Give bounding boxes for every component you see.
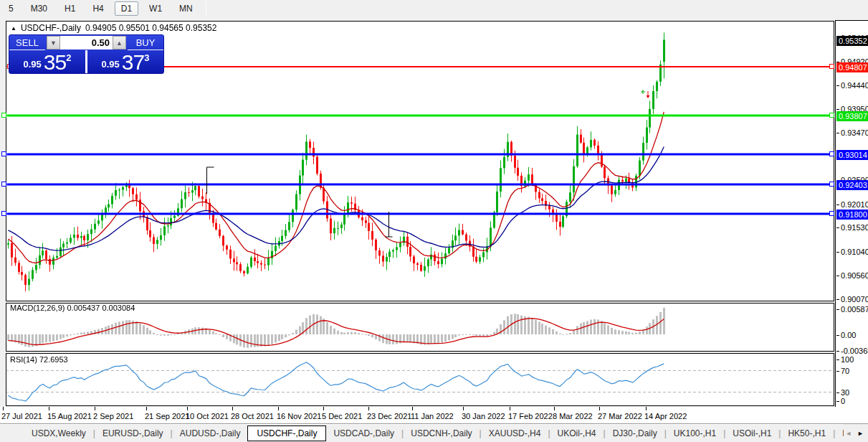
buy-button[interactable]: BUY	[128, 35, 163, 50]
rsi-indicator-label: RSI(14) 72.6953	[10, 355, 68, 364]
price-axis-tick: 0.92010	[841, 200, 868, 209]
chart-tab-uk100h1[interactable]: UK100-,H1	[667, 425, 723, 441]
price-axis: 0.954100.949200.944400.939500.934700.929…	[835, 20, 868, 407]
date-label: 23 Dec 2021	[367, 412, 411, 420]
timeframe-button-5[interactable]: 5	[2, 1, 20, 16]
rsi-axis-tick: 0	[841, 397, 845, 405]
sell-price-sup: 2	[66, 52, 71, 63]
date-tick-mark	[278, 407, 279, 410]
axis-tick-mark	[836, 309, 839, 310]
date-label: 27 Mar 2022	[598, 412, 642, 420]
date-label: 11 Jan 2022	[411, 412, 454, 420]
buy-price-sup: 3	[144, 52, 149, 63]
price-badge-0.93807: 0.93807	[836, 111, 868, 121]
chart-tab-usdchfdaily[interactable]: USDCHF-,Daily	[247, 425, 326, 441]
axis-tick-mark	[836, 204, 839, 205]
price-axis-tick: 0.90070	[841, 295, 868, 304]
date-tick-mark	[554, 407, 555, 410]
date-tick-mark	[368, 407, 369, 410]
volume-input[interactable]: 0.50	[60, 36, 113, 50]
sell-price-button[interactable]: 0.95 35 2	[9, 50, 85, 73]
macd-axis-tick: 0.00	[841, 331, 856, 339]
rsi-axis-tick: 100	[841, 355, 854, 364]
price-axis-tick: 0.94440	[841, 81, 868, 90]
date-label: 8 Mar 2022	[553, 412, 593, 420]
hline-anchor-0.93807[interactable]	[1, 113, 6, 118]
timeframe-button-mn[interactable]: MN	[173, 1, 199, 16]
date-label: 5 Dec 2021	[322, 412, 362, 420]
tab-scroll-right-icon[interactable]: ►	[857, 430, 864, 437]
timeframe-button-w1[interactable]: W1	[143, 1, 168, 16]
date-label: 21 Sep 2021	[145, 412, 189, 420]
axis-tick-mark	[836, 227, 839, 228]
hline-anchor-0.94807[interactable]	[829, 64, 834, 69]
chart-tab-eurusddaily[interactable]: EURUSD-,Daily	[95, 425, 171, 441]
axis-tick-mark	[836, 276, 839, 276]
chart-tab-xauusdh4[interactable]: XAUUSD-,H4	[482, 425, 548, 441]
sell-price-small: 0.95	[24, 57, 42, 72]
chart-tab-usdcaddaily[interactable]: USDCAD-,Daily	[326, 425, 401, 441]
date-label: 27 Jul 2021	[1, 412, 42, 420]
hline-anchor-0.93014[interactable]	[1, 151, 6, 156]
date-tick-mark	[3, 407, 4, 410]
axis-tick-mark	[836, 351, 839, 352]
hline-anchor-0.918[interactable]	[829, 211, 834, 216]
price-axis-tick: 0.91530	[841, 223, 868, 232]
timeframe-button-h1[interactable]: H1	[58, 1, 82, 16]
timeframe-button-m30[interactable]: M30	[24, 1, 54, 16]
price-badge-0.94807: 0.94807	[836, 62, 868, 72]
macd-axis-tick: 0.00587	[841, 305, 868, 314]
hline-anchor-0.92403[interactable]	[1, 182, 6, 187]
volume-stepper: ▼ 0.50 ▲	[45, 35, 128, 50]
date-tick-mark	[323, 407, 324, 410]
chart-tab-dj30daily[interactable]: DJ30-,Daily	[606, 425, 664, 441]
buy-price-small: 0.95	[102, 57, 120, 72]
date-tick-mark	[146, 407, 147, 410]
chart-title-bar: ▲ USDCHF-,Daily 0.94905 0.95501 0.94565 …	[11, 23, 216, 33]
chart-tab-audusddaily[interactable]: AUDUSD-,Daily	[173, 425, 248, 441]
date-tick-mark	[95, 407, 95, 410]
axis-tick-mark	[836, 335, 839, 336]
macd-indicator-label: MACD(12,26,9) 0.005437 0.003084	[10, 304, 135, 312]
date-label: 17 Feb 2022	[508, 412, 553, 420]
timeframe-button-d1[interactable]: D1	[115, 1, 138, 16]
collapse-panel-icon[interactable]: ▲	[11, 25, 16, 32]
date-tick-mark	[49, 407, 49, 410]
date-tick-mark	[187, 407, 188, 410]
axis-tick-mark	[836, 371, 839, 372]
chart-tab-usdxweekly[interactable]: USDX,Weekly	[24, 425, 93, 441]
date-label: 15 Aug 2021	[47, 412, 92, 420]
volume-increase-button[interactable]: ▲	[113, 36, 126, 50]
date-label: 10 Oct 2021	[186, 412, 229, 420]
chart-canvas[interactable]	[6, 20, 835, 408]
timeframe-button-h4[interactable]: H4	[86, 1, 110, 16]
date-axis: 27 Jul 202115 Aug 20212 Sep 202121 Sep 2…	[0, 407, 868, 423]
axis-tick-mark	[836, 392, 839, 393]
chart-tab-hk50h1[interactable]: HK50-,H1	[781, 425, 833, 441]
price-badge-0.92403: 0.92403	[836, 180, 868, 190]
chart-tab-usoilh1[interactable]: USOil-,H1	[725, 425, 778, 441]
timeframe-toolbar: 5M30H1H4D1W1MN	[0, 0, 868, 17]
toolbar-separator	[206, 1, 206, 16]
chart-tab-usdcnhdaily[interactable]: USDCNH-,Daily	[404, 425, 479, 441]
buy-price-big: 37	[122, 53, 144, 72]
date-tick-mark	[646, 407, 647, 410]
hline-anchor-0.918[interactable]	[1, 211, 6, 216]
axis-tick-mark	[836, 133, 839, 133]
hline-anchor-0.92403[interactable]	[829, 182, 834, 187]
tab-scroll-left-icon[interactable]: ◄	[845, 430, 852, 437]
macd-axis-tick: -0.003659	[841, 347, 868, 355]
hline-anchor-0.93014[interactable]	[829, 151, 834, 156]
axis-tick-mark	[836, 299, 839, 300]
axis-tick-mark	[836, 401, 839, 402]
date-label: 14 Apr 2022	[644, 412, 687, 420]
buy-price-button[interactable]: 0.95 37 3	[87, 50, 163, 73]
date-tick-mark	[232, 407, 233, 410]
hline-anchor-0.93807[interactable]	[829, 113, 834, 118]
volume-decrease-button[interactable]: ▼	[47, 36, 60, 50]
sell-button[interactable]: SELL	[9, 35, 45, 50]
price-badge-0.91800: 0.91800	[836, 210, 868, 220]
price-axis-tick: 0.91040	[841, 248, 868, 256]
tab-scroll-controls: ◄►	[844, 424, 868, 442]
chart-tab-ukoilh4[interactable]: UKOil-,H4	[550, 425, 604, 441]
